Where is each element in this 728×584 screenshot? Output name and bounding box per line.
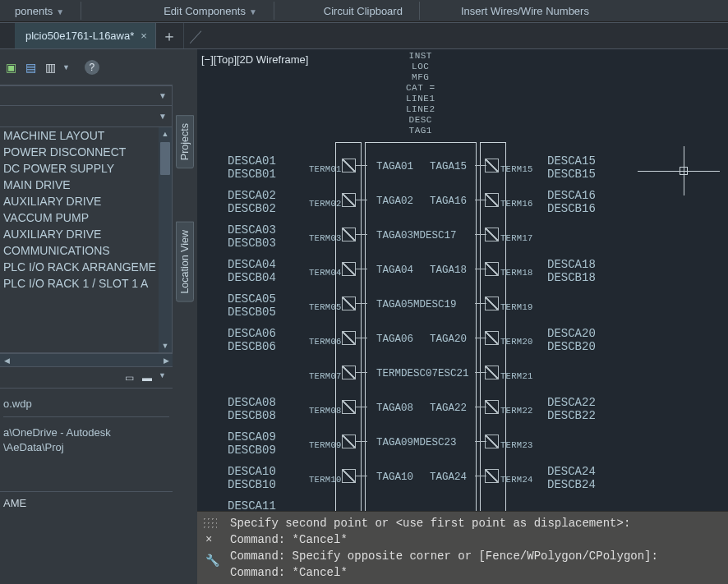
tool-icon[interactable]: ▥	[43, 60, 58, 75]
pin-line	[475, 441, 486, 442]
terminal-icon	[485, 159, 499, 172]
tree-item[interactable]: MACHINE LAYOUT	[0, 127, 159, 144]
command-history-line: Command: Specify opposite corner or [Fen…	[230, 548, 721, 564]
terminal-label-left: TERM01	[309, 164, 342, 174]
pin-line	[475, 476, 486, 476]
project-tree[interactable]: MACHINE LAYOUT POWER DISCONNECT DC POWER…	[0, 127, 173, 353]
desc-left: DESCA09DESCB09	[228, 430, 276, 457]
terminal-label-left: TERM08	[309, 406, 342, 416]
terminal-label-left: TERM03	[309, 233, 342, 243]
document-tab[interactable]: plcio50e1761-L16awa* ×	[15, 23, 156, 48]
divider	[81, 2, 81, 20]
pin-line	[475, 234, 486, 235]
project-selector[interactable]: ▼	[0, 85, 173, 106]
terminal-icon	[485, 297, 499, 310]
scroll-down-icon[interactable]: ▼	[159, 339, 172, 352]
palette-side-tabs: Projects Location View	[173, 49, 197, 584]
terminal-label-left: TERM07	[309, 371, 342, 381]
terminal-icon	[485, 228, 499, 241]
footer-label: AME	[0, 491, 173, 514]
ribbon-tab-insert-wires[interactable]: Insert Wires/Wire Numbers	[446, 1, 604, 21]
terminal-label-right: TERM17	[500, 233, 533, 243]
command-history-line: Command: *Cancel*	[230, 564, 721, 581]
tree-item[interactable]: POWER DISCONNECT	[0, 144, 159, 160]
wrench-icon[interactable]: 🔧	[205, 553, 219, 569]
side-tab-projects[interactable]: Projects	[176, 115, 194, 168]
chevron-down-icon[interactable]: ▼	[159, 371, 166, 384]
scrollbar-vertical[interactable]: ▲ ▼	[159, 127, 172, 352]
tree-item[interactable]: AUXILIARY DRIVE	[0, 226, 159, 242]
tree-item[interactable]: VACCUM PUMP	[0, 209, 159, 226]
pin-line	[475, 165, 486, 166]
command-line[interactable]: × 🔧 Specify second point or <use first p…	[197, 511, 728, 584]
pin-line	[475, 372, 486, 373]
file-icon[interactable]: ▭	[122, 371, 136, 384]
new-tab-button[interactable]: ＋	[156, 23, 184, 48]
terminal-icon	[342, 262, 356, 276]
close-icon[interactable]: ×	[141, 30, 147, 42]
terminal-icon	[485, 469, 499, 483]
scroll-thumb[interactable]	[160, 142, 170, 175]
project-sub-toolbar[interactable]: ▼	[0, 106, 173, 127]
pin-line	[475, 338, 486, 338]
project-palette: ▣ ▤ ▥ ▼ ? ▼ ▼ MACHINE LAYOUT POWER DISCO…	[0, 49, 173, 584]
tag-label-left: TAGA02	[376, 195, 413, 207]
tree-item[interactable]: DC POWER SUPPLY	[0, 160, 159, 177]
drawing-canvas[interactable]: [−][Top][2D Wireframe] INST LOC MFG CAT …	[197, 49, 728, 584]
pin-line	[475, 269, 486, 269]
file-icon[interactable]: ▬	[141, 371, 154, 384]
terminal-label-right: TERM15	[500, 164, 533, 174]
divider	[274, 2, 274, 20]
path-line: \AeData\Proj	[3, 440, 169, 455]
help-icon[interactable]: ?	[85, 60, 99, 75]
desc-left: DESCA08DESCB08	[228, 396, 276, 422]
chevron-down-icon: ▼	[249, 7, 257, 16]
ribbon-tab-circuit-clipboard[interactable]: Circuit Clipboard	[309, 1, 417, 21]
pin-line	[356, 234, 367, 235]
close-icon[interactable]: ×	[205, 531, 212, 548]
divider	[3, 416, 169, 417]
scroll-up-icon[interactable]: ▲	[159, 127, 172, 140]
scroll-left-icon[interactable]: ◀	[0, 354, 13, 366]
ribbon-tab-components[interactable]: ponents▼	[0, 1, 79, 21]
tree-item[interactable]: PLC I/O RACK ARRANGEME	[0, 259, 159, 275]
terminal-label-right: TERM23	[500, 440, 533, 450]
component-header-block: INST LOC MFG CAT = LINE1 LINE2 DESC TAG1	[406, 51, 435, 136]
pin-line	[475, 303, 486, 304]
tag-label-right: TAGA20	[430, 333, 467, 345]
tree-item[interactable]: AUXILIARY DRIVE	[0, 193, 159, 209]
path-line: o.wdp	[3, 397, 169, 412]
terminal-icon	[342, 366, 356, 379]
terminal-icon	[485, 400, 499, 414]
terminal-label-right: TERM18	[500, 268, 533, 278]
pin-line	[356, 407, 367, 407]
grip-icon[interactable]	[202, 517, 217, 528]
terminal-icon	[342, 228, 356, 241]
ribbon-tab-edit-components[interactable]: Edit Components▼	[149, 1, 272, 21]
chevron-down-icon[interactable]: ▼	[62, 63, 70, 71]
tag-label-left: TAGA10	[376, 471, 413, 483]
terminal-icon	[485, 435, 499, 448]
scroll-right-icon[interactable]: ▶	[159, 354, 173, 366]
palette-toolbar: ▣ ▤ ▥ ▼ ?	[0, 49, 173, 85]
terminal-label-left: TERM10	[309, 475, 342, 485]
tag-label-left: TAGA05MDESC19	[376, 299, 457, 310]
plc-io-grid: DESCA01DESCB01DESCA15DESCB15TERM01TERM15…	[197, 191, 728, 506]
side-tab-location-view[interactable]: Location View	[176, 222, 194, 302]
tool-icon[interactable]: ▣	[3, 60, 18, 75]
tree-item[interactable]: MAIN DRIVE	[0, 177, 159, 193]
pin-line	[356, 338, 367, 338]
tool-icon[interactable]: ▤	[23, 60, 38, 75]
terminal-icon	[342, 193, 356, 207]
terminal-icon	[342, 159, 356, 172]
desc-right: DESCA22DESCB22	[547, 396, 596, 422]
viewport-label[interactable]: [−][Top][2D Wireframe]	[201, 53, 308, 66]
scrollbar-horizontal[interactable]: ◀ ▶	[0, 353, 173, 366]
desc-right: DESCA20DESCB20	[547, 327, 596, 353]
terminal-icon	[485, 262, 499, 276]
tree-item[interactable]: COMMUNICATIONS	[0, 242, 159, 259]
tag-label-left: TAGA09MDESC23	[376, 437, 457, 448]
tree-item[interactable]: PLC I/O RACK 1 / SLOT 1 A	[0, 275, 159, 292]
chevron-down-icon: ▼	[56, 7, 64, 16]
tag-label-left: TAGA01	[376, 161, 413, 172]
